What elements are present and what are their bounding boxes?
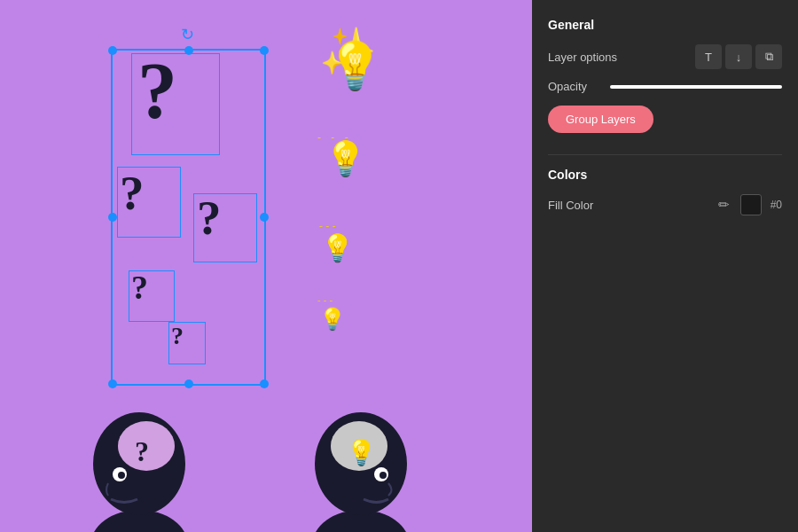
bulb-tiny: 💡	[319, 309, 346, 330]
layer-options-row: Layer options T ↓ ⧉	[548, 44, 782, 69]
bulb-rays-3: - - -	[319, 220, 336, 232]
general-section-title: General	[548, 18, 782, 32]
layer-option-copy-btn[interactable]: ⧉	[755, 44, 782, 69]
handle-top-left[interactable]	[108, 46, 117, 55]
bulb-medium: 💡	[325, 142, 366, 176]
qmark-small[interactable]: ?	[131, 270, 148, 304]
rotate-handle[interactable]: ↻	[181, 25, 194, 44]
color-swatch[interactable]	[740, 194, 762, 215]
handle-middle-left[interactable]	[108, 213, 117, 222]
layer-options-buttons: T ↓ ⧉	[695, 44, 782, 69]
bulb-large: 💡	[326, 43, 384, 89]
divider	[548, 154, 782, 155]
layer-option-text-btn[interactable]: T	[695, 44, 722, 69]
hex-value: #0	[771, 199, 782, 211]
bulb-rays-4: - - -	[317, 294, 332, 305]
right-panel: General Layer options T ↓ ⧉ Opacity Grou…	[532, 0, 798, 532]
fill-color-label: Fill Color	[548, 199, 708, 212]
qmark-large[interactable]: ?	[137, 51, 177, 131]
svg-point-11	[379, 472, 387, 479]
canvas-area[interactable]: ↻ ? ? ? ? ? ✨ 💡 - - - 💡 - - - 💡 - - - 💡	[0, 0, 532, 532]
layer-option-download-btn[interactable]: ↓	[725, 44, 752, 69]
qmark-medium-right[interactable]: ?	[197, 193, 222, 242]
opacity-row: Opacity	[548, 80, 782, 93]
eyedropper-button[interactable]: ✏	[716, 195, 732, 215]
colors-section-title: Colors	[548, 168, 782, 182]
opacity-label: Opacity	[548, 80, 610, 93]
svg-text:💡: 💡	[346, 438, 377, 467]
handle-top-right[interactable]	[260, 46, 269, 55]
head-left: ?	[71, 368, 208, 532]
qmark-tiny[interactable]: ?	[171, 324, 184, 348]
layer-options-label: Layer options	[548, 51, 617, 64]
handle-bottom-right[interactable]	[260, 379, 269, 388]
head-right: 💡	[293, 368, 430, 532]
svg-text:?: ?	[135, 435, 149, 467]
fill-color-row: Fill Color ✏ #0	[548, 194, 782, 215]
handle-middle-right[interactable]	[260, 213, 269, 222]
group-layers-button[interactable]: Group Layers	[548, 106, 653, 133]
qmark-medium-left[interactable]: ?	[120, 168, 145, 217]
svg-point-5	[118, 472, 125, 479]
bulb-small: 💡	[321, 235, 354, 262]
opacity-slider[interactable]	[610, 85, 782, 89]
